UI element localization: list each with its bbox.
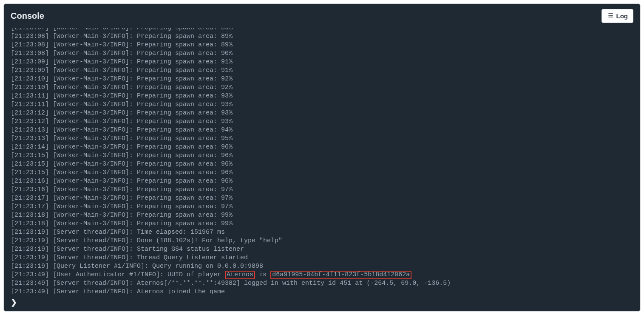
log-line: [21:23:17] [Worker-Main-3/INFO]: Prepari… [11, 194, 633, 203]
console-input-row[interactable]: ❯ [4, 296, 640, 311]
panel-header: Console Log [4, 4, 640, 28]
log-line: [21:23:19] [Server thread/INFO]: Done (1… [11, 237, 633, 245]
log-line: [21:23:08] [Worker-Main-3/INFO]: Prepari… [11, 32, 633, 41]
log-line: [21:23:11] [Worker-Main-3/INFO]: Prepari… [11, 92, 633, 100]
log-line: [21:23:19] [Query Listener #1/INFO]: Que… [11, 262, 633, 271]
log-line: [21:23:10] [Worker-Main-3/INFO]: Prepari… [11, 83, 633, 92]
log-line: [21:23:49] [Server thread/INFO]: Aternos… [11, 288, 633, 294]
log-line: [21:23:16] [Worker-Main-3/INFO]: Prepari… [11, 186, 633, 194]
log-button[interactable]: Log [601, 9, 634, 23]
console-panel: Console Log [21:23:07] [Worker-Main-3/IN… [3, 3, 641, 312]
highlight-uuid: d6a91995-04bf-4f11-823f-5b18d412062a [270, 271, 411, 279]
log-line: [21:23:17] [Worker-Main-3/INFO]: Prepari… [11, 203, 633, 211]
log-line: [21:23:12] [Worker-Main-3/INFO]: Prepari… [11, 109, 633, 117]
log-line: [21:23:15] [Worker-Main-3/INFO]: Prepari… [11, 152, 633, 160]
log-line: [21:23:08] [Worker-Main-3/INFO]: Prepari… [11, 49, 633, 58]
log-line: [21:23:19] [Server thread/INFO]: Thread … [11, 254, 633, 262]
log-line: [21:23:10] [Worker-Main-3/INFO]: Prepari… [11, 75, 633, 83]
log-line: [21:23:16] [Worker-Main-3/INFO]: Prepari… [11, 177, 633, 186]
log-line: [21:23:09] [Worker-Main-3/INFO]: Prepari… [11, 66, 633, 75]
log-line: [21:23:19] [Server thread/INFO]: Time el… [11, 228, 633, 237]
log-line: [21:23:09] [Worker-Main-3/INFO]: Prepari… [11, 58, 633, 66]
log-line: [21:23:15] [Worker-Main-3/INFO]: Prepari… [11, 169, 633, 177]
log-lines: [21:23:07] [Worker-Main-3/INFO]: Prepari… [11, 28, 633, 294]
prompt-caret-icon: ❯ [11, 298, 17, 306]
log-line: [21:23:08] [Worker-Main-3/INFO]: Prepari… [11, 41, 633, 49]
log-line: [21:23:13] [Worker-Main-3/INFO]: Prepari… [11, 135, 633, 143]
log-line: [21:23:49] [User Authenticator #1/INFO]:… [11, 271, 633, 279]
list-icon [607, 12, 614, 20]
log-line: [21:23:18] [Worker-Main-3/INFO]: Prepari… [11, 211, 633, 220]
panel-title: Console [11, 11, 44, 21]
highlight-player-name: Aternos [225, 271, 255, 279]
log-line: [21:23:11] [Worker-Main-3/INFO]: Prepari… [11, 100, 633, 109]
log-line: [21:23:49] [Server thread/INFO]: Aternos… [11, 279, 633, 288]
log-button-label: Log [616, 12, 628, 20]
log-line: [21:23:13] [Worker-Main-3/INFO]: Prepari… [11, 126, 633, 135]
console-body[interactable]: [21:23:07] [Worker-Main-3/INFO]: Prepari… [4, 28, 640, 296]
log-line: [21:23:07] [Worker-Main-3/INFO]: Prepari… [11, 28, 633, 32]
log-line: [21:23:12] [Worker-Main-3/INFO]: Prepari… [11, 117, 633, 126]
log-line: [21:23:19] [Server thread/INFO]: Startin… [11, 245, 633, 254]
log-line: [21:23:18] [Worker-Main-3/INFO]: Prepari… [11, 220, 633, 228]
log-line: [21:23:14] [Worker-Main-3/INFO]: Prepari… [11, 143, 633, 152]
log-line: [21:23:15] [Worker-Main-3/INFO]: Prepari… [11, 160, 633, 169]
